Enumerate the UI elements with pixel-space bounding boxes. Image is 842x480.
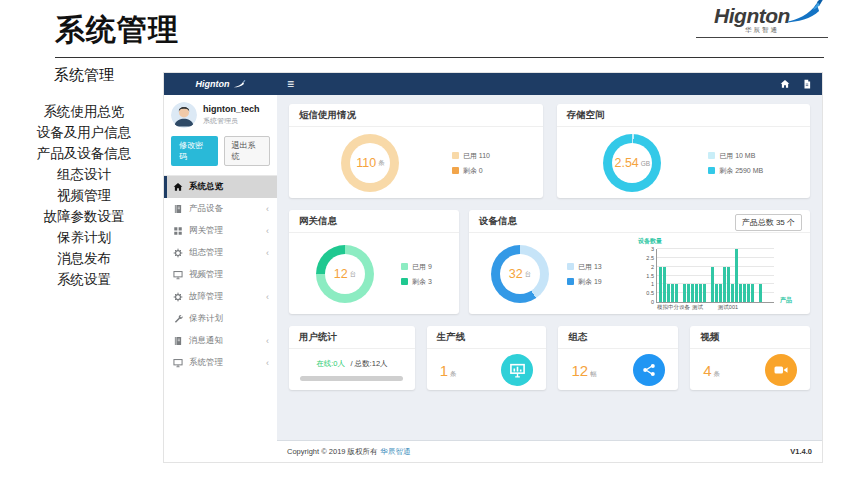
navbar-swoosh-icon — [233, 79, 246, 89]
navbar-brand[interactable]: Hignton — [164, 79, 277, 89]
video-unit: 条 — [714, 370, 721, 377]
card-title: 短信使用情况 — [289, 104, 543, 127]
outer-menu-item-video[interactable]: 视频管理 — [8, 185, 160, 206]
antelope-swoosh-icon — [782, 0, 826, 26]
user-panel: hignton_tech 系统管理员 — [164, 95, 277, 132]
outer-menu-title: 系统管理 — [8, 66, 160, 85]
book-icon — [173, 336, 183, 346]
bar — [683, 284, 686, 302]
company-link[interactable]: 华辰智通 — [381, 447, 411, 456]
bar — [739, 284, 742, 302]
legend-swatch — [401, 278, 408, 285]
sidebar-item-maintenance-plan[interactable]: 保养计划 — [164, 308, 277, 330]
gateway-info-card: 网关信息 12台 已用 9 剩余 3 — [289, 210, 459, 314]
menu-label: 消息通知 — [189, 335, 223, 347]
y-tick-label: 2.5 — [646, 255, 654, 261]
outer-menu-item-scada-design[interactable]: 组态设计 — [8, 164, 160, 185]
outer-menu-item-device-user[interactable]: 设备及用户信息 — [8, 122, 160, 143]
storage-unit: GB — [641, 160, 650, 167]
outer-menu-item-overview[interactable]: 系统使用总览 — [8, 101, 160, 122]
outer-menu-item-message[interactable]: 消息发布 — [8, 248, 160, 269]
device-donut-chart: 32台 — [491, 245, 549, 303]
bar — [703, 284, 706, 302]
sidebar-item-system-overview[interactable]: 系统总览 — [164, 176, 277, 198]
production-line-icon — [501, 354, 533, 386]
device-bar-plot: 00.511.522.53模拟中分设备测试测试001 — [656, 249, 774, 303]
sidebar-item-system-management[interactable]: 系统管理 ‹ — [164, 352, 277, 374]
gateway-legend: 已用 9 剩余 3 — [401, 262, 432, 287]
bar — [687, 284, 690, 302]
device-legend: 已用 13 剩余 19 — [567, 262, 602, 287]
scada-card: 组态 12幅 — [558, 326, 678, 390]
legend-label: 剩余 3 — [412, 277, 432, 287]
chevron-left-icon: ‹ — [266, 248, 269, 258]
gear-icon — [173, 292, 183, 302]
bar — [711, 267, 714, 302]
outer-menu-item-fault-params[interactable]: 故障参数设置 — [8, 206, 160, 227]
user-stats-card: 用户统计 在线:0人 / 总数:12人 — [289, 326, 415, 390]
outer-menu-item-product-device[interactable]: 产品及设备信息 — [8, 143, 160, 164]
product-device-bar-chart: 设备数量 00.511.522.53模拟中分设备测试测试001 产品 — [630, 237, 802, 317]
sidebar-item-message-notification[interactable]: 消息通知 ‹ — [164, 330, 277, 352]
outer-menu-item-maintenance[interactable]: 保养计划 — [8, 227, 160, 248]
storage-card: 存储空间 2.54GB 已用 10 MB 剩余 2590 MB — [557, 104, 811, 198]
device-info-card: 设备信息 产品总数 35 个 32台 已用 13 剩余 19 — [469, 210, 810, 314]
outer-menu-item-settings[interactable]: 系统设置 — [8, 269, 160, 290]
storage-legend: 已用 10 MB 剩余 2590 MB — [708, 151, 763, 176]
chevron-left-icon: ‹ — [266, 226, 269, 236]
chart-x-axis-label: 产品 — [780, 296, 792, 305]
sidebar-item-gateway-management[interactable]: 网关管理 ‹ — [164, 220, 277, 242]
bar — [659, 267, 662, 302]
sidebar-item-fault-management[interactable]: 故障管理 ‹ — [164, 286, 277, 308]
chart-y-axis-label: 设备数量 — [638, 237, 662, 246]
bar — [743, 284, 746, 302]
product-total-badge: 产品总数 35 个 — [735, 214, 802, 231]
legend-swatch — [401, 263, 408, 270]
sidebar-item-video-management[interactable]: 视频管理 — [164, 264, 277, 286]
menu-label: 保养计划 — [189, 313, 223, 325]
bar — [675, 284, 678, 302]
legend-label: 已用 10 MB — [719, 151, 755, 161]
file-log-icon[interactable] — [802, 79, 812, 89]
sidebar-item-scada-management[interactable]: 组态管理 ‹ — [164, 242, 277, 264]
home-icon[interactable] — [780, 79, 790, 89]
video-count: 4 — [703, 362, 711, 379]
production-line-count: 1 — [440, 362, 448, 379]
bar — [731, 284, 734, 302]
logout-button[interactable]: 退出系统 — [224, 136, 271, 166]
legend-swatch — [567, 263, 574, 270]
online-users-progress-bar — [300, 376, 403, 381]
chevron-left-icon: ‹ — [266, 204, 269, 214]
legend-label: 已用 9 — [412, 262, 432, 272]
x-tick-label: 模拟中分设备 — [657, 304, 690, 311]
navbar-brand-text: Hignton — [196, 79, 230, 89]
sms-legend: 已用 110 剩余 0 — [452, 151, 490, 176]
change-password-button[interactable]: 修改密码 — [171, 136, 218, 166]
menu-label: 视频管理 — [189, 269, 223, 281]
card-title: 用户统计 — [289, 326, 415, 349]
sms-donut-chart: 110条 — [341, 134, 399, 192]
legend-label: 已用 110 — [463, 151, 490, 161]
sidebar-item-product-device[interactable]: 产品设备 ‹ — [164, 198, 277, 220]
storage-donut-chart: 2.54GB — [603, 134, 661, 192]
page: 系统管理 Hignton 华辰智通 系统管理 系统使用总览 设备及用户信息 产品… — [0, 0, 842, 480]
bar-series — [657, 249, 774, 302]
monitor-icon — [173, 358, 183, 368]
bar — [715, 284, 718, 302]
sidebar-toggle-hamburger-icon[interactable]: ≡ — [287, 77, 294, 91]
legend-swatch — [567, 278, 574, 285]
app-navbar: Hignton ≡ — [164, 73, 822, 95]
wrench-icon — [173, 314, 183, 324]
legend-label: 已用 13 — [578, 262, 602, 272]
page-title: 系统管理 — [55, 10, 179, 51]
y-tick-label: 0.5 — [646, 290, 654, 296]
card-title: 视频 — [690, 326, 810, 349]
bar — [663, 267, 666, 302]
legend-swatch — [708, 167, 715, 174]
legend-label: 剩余 0 — [463, 166, 483, 176]
legend-label: 剩余 19 — [578, 277, 602, 287]
monitor-icon — [173, 270, 183, 280]
legend-swatch — [708, 152, 715, 159]
production-line-card: 生产线 1条 — [427, 326, 547, 390]
chevron-left-icon: ‹ — [266, 292, 269, 302]
